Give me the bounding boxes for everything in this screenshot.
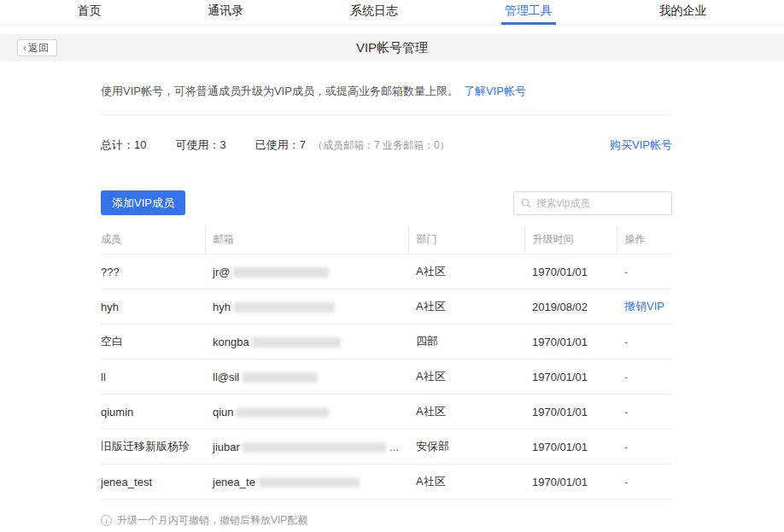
email-prefix: kongba [213, 336, 249, 348]
upgrade-time-cell: 1970/01/01 [524, 254, 617, 289]
email-prefix: hyh [213, 301, 231, 313]
email-cell: qiun [205, 395, 408, 430]
column-member: 成员 [101, 225, 205, 254]
email-redacted-blur [243, 372, 318, 383]
upgrade-time-cell: 1970/01/01 [524, 360, 617, 395]
learn-vip-link[interactable]: 了解VIP帐号 [464, 85, 526, 97]
email-cell: jenea_te [205, 465, 408, 500]
column-email: 邮箱 [205, 225, 408, 254]
action-cell: - [617, 254, 672, 289]
footnote-text: 升级一个月内可撤销，撤销后释放VIP配额 [117, 513, 307, 528]
email-redacted-blur [243, 442, 386, 453]
email-redacted-blur [252, 337, 341, 348]
back-button[interactable]: ‹返回 [17, 39, 57, 56]
vip-account-management-page: 首页 通讯录 系统日志 管理工具 我的企业 ‹返回 VIP帐号管理 使用VIP帐… [0, 0, 784, 528]
search-box[interactable] [513, 191, 672, 215]
action-cell: - [617, 465, 672, 500]
search-input[interactable] [536, 197, 664, 209]
back-label: 返回 [28, 42, 49, 54]
department-cell: A社区 [408, 254, 524, 289]
tab-contacts[interactable]: 通讯录 [204, 0, 247, 25]
add-vip-member-button[interactable]: 添加VIP成员 [101, 190, 185, 215]
email-redacted-blur [234, 302, 335, 313]
revoke-vip-link[interactable]: 撤销VIP [624, 300, 664, 313]
stats-row: 总计：10 可使用：3 已使用：7 （成员邮箱：7 业务邮箱：0） 购买VIP帐… [101, 137, 672, 153]
department-cell: A社区 [408, 360, 524, 395]
email-cell: kongba [205, 324, 408, 360]
department-cell: 安保部 [408, 430, 524, 465]
tab-home[interactable]: 首页 [73, 0, 104, 25]
action-cell: - [617, 395, 672, 430]
table-toolbar: 添加VIP成员 [101, 190, 672, 215]
footnote: i 升级一个月内可撤销，撤销后释放VIP配额 [101, 513, 672, 528]
tab-my-enterprise[interactable]: 我的企业 [656, 0, 711, 25]
tab-system-log[interactable]: 系统日志 [347, 0, 401, 25]
action-cell: - [617, 360, 672, 395]
email-cell: hyh [205, 289, 408, 324]
action-cell: 撤销VIP [617, 289, 672, 324]
department-cell: A社区 [408, 289, 524, 324]
member-cell: 空白 [101, 324, 205, 360]
department-cell: A社区 [408, 465, 524, 500]
column-upgrade-time: 升级时间 [524, 225, 617, 254]
action-cell: - [617, 324, 672, 360]
intro-text: 使用VIP帐号，可将普通成员升级为VIP成员，或提高业务邮箱数量上限。 [101, 85, 459, 97]
member-cell: qiumin [101, 395, 205, 430]
upgrade-time-cell: 2019/08/02 [524, 289, 617, 324]
table-row: 空白 kongba 四部 1970/01/01 - [101, 324, 672, 360]
vip-members-table: 成员 邮箱 部门 升级时间 操作 ??? jr@ A社区 1970/01/01 … [101, 225, 672, 500]
table-row: ll ll@sil A社区 1970/01/01 - [101, 360, 672, 395]
tab-management-tools[interactable]: 管理工具 [501, 0, 556, 25]
upgrade-time-cell: 1970/01/01 [524, 430, 617, 465]
email-redacted-blur [233, 267, 329, 278]
email-suffix: ... [389, 441, 399, 453]
table-row: hyh hyh A社区 2019/08/02 撤销VIP [101, 289, 672, 324]
stat-used-detail: （成员邮箱：7 业务邮箱：0） [313, 138, 450, 153]
email-cell: ll@sil [205, 360, 408, 395]
email-redacted-blur [259, 477, 360, 488]
info-icon: i [101, 515, 112, 526]
column-department: 部门 [408, 225, 524, 254]
email-cell: jiubar ... [205, 430, 408, 465]
top-nav: 首页 通讯录 系统日志 管理工具 我的企业 [0, 0, 784, 26]
email-prefix: qiun [213, 406, 234, 418]
upgrade-time-cell: 1970/01/01 [524, 324, 617, 360]
member-cell: hyh [101, 289, 205, 324]
table-row: jenea_test jenea_te A社区 1970/01/01 - [101, 465, 672, 500]
member-cell: ll [101, 360, 205, 395]
content-area: 使用VIP帐号，可将普通成员升级为VIP成员，或提高业务邮箱数量上限。了解VIP… [101, 84, 672, 528]
email-prefix: ll@sil [213, 371, 239, 383]
table-row: ??? jr@ A社区 1970/01/01 - [101, 254, 672, 289]
email-prefix: jr@ [213, 266, 230, 278]
column-action: 操作 [617, 225, 672, 254]
email-prefix: jenea_te [213, 476, 255, 488]
section-divider [101, 114, 672, 115]
search-icon [521, 198, 531, 208]
department-cell: 四部 [408, 324, 524, 360]
table-row: qiumin qiun A社区 1970/01/01 - [101, 395, 672, 430]
page-header-bar: ‹返回 VIP帐号管理 [0, 34, 784, 61]
table-row: 旧版迁移新版杨珍 jiubar ... 安保部 1970/01/01 - [101, 430, 672, 465]
action-cell: - [617, 430, 672, 465]
buy-vip-link[interactable]: 购买VIP帐号 [610, 137, 672, 153]
upgrade-time-cell: 1970/01/01 [524, 395, 617, 430]
stat-available: 可使用：3 [175, 137, 225, 153]
stat-used: 已使用：7 [255, 137, 306, 153]
email-redacted-blur [237, 407, 329, 418]
table-header-row: 成员 邮箱 部门 升级时间 操作 [101, 225, 672, 254]
department-cell: A社区 [408, 395, 524, 430]
email-prefix: jiubar [213, 441, 240, 453]
member-cell: 旧版迁移新版杨珍 [101, 430, 205, 465]
intro-paragraph: 使用VIP帐号，可将普通成员升级为VIP成员，或提高业务邮箱数量上限。了解VIP… [101, 84, 672, 99]
stat-total: 总计：10 [101, 137, 146, 153]
email-cell: jr@ [205, 254, 408, 289]
upgrade-time-cell: 1970/01/01 [524, 465, 617, 500]
member-cell: ??? [101, 254, 205, 289]
page-title: VIP帐号管理 [356, 40, 428, 56]
chevron-left-icon: ‹ [23, 42, 26, 54]
member-cell: jenea_test [101, 465, 205, 500]
